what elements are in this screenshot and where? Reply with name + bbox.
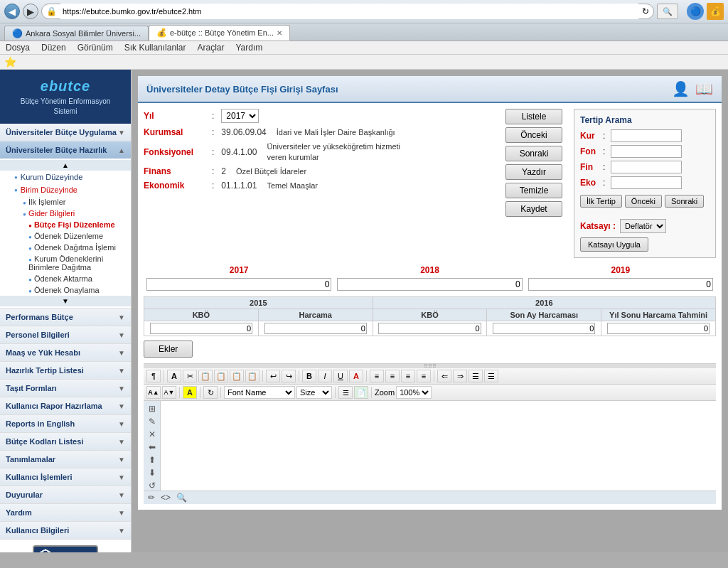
- katsayi-select[interactable]: Deflatör TÜFE ÜFE: [620, 219, 666, 233]
- tree-kurum-odenekleri[interactable]: ● Kurum Ödeneklerini Birimlere Dağıtma: [0, 253, 131, 273]
- font-size-select[interactable]: Size: [296, 386, 332, 399]
- tertip-kur-input[interactable]: [611, 129, 682, 142]
- onceki-button[interactable]: Önceki: [505, 127, 562, 143]
- year-input-2018[interactable]: [337, 278, 522, 291]
- zoom-icon[interactable]: 🔍: [176, 493, 187, 503]
- menu-dosya[interactable]: Dosya: [6, 43, 30, 53]
- hist-input-yilsonu-2016[interactable]: [607, 323, 710, 334]
- tb-undo[interactable]: ↩: [266, 370, 280, 382]
- tree-butce-fisi[interactable]: ● Bütçe Fişi Düzenleme: [0, 219, 131, 230]
- menu-sik[interactable]: Sık Kullanılanlar: [124, 43, 186, 53]
- tab-ankara[interactable]: 🔵 Ankara Sosyal Bilimler Üniversi...: [4, 26, 149, 41]
- tab-close-ebutce[interactable]: ✕: [277, 29, 282, 37]
- scroll-down-btn[interactable]: ▼: [0, 296, 131, 306]
- tb-outdent[interactable]: ⇐: [437, 370, 451, 382]
- editor-left-icon-edit[interactable]: ✎: [149, 417, 156, 427]
- tb-font-size-up[interactable]: A▲: [146, 386, 161, 399]
- listele-button[interactable]: Listele: [505, 109, 562, 124]
- sidebar-header-personel[interactable]: Personel Bilgileri ▼: [0, 326, 131, 343]
- badge-kamu-sm[interactable]: 🏛 KAMU SM: [33, 545, 99, 552]
- tb-color2[interactable]: A: [183, 386, 197, 399]
- tertip-fon-input[interactable]: [611, 145, 682, 158]
- tb-template[interactable]: 📄: [354, 386, 368, 399]
- tb-list-num[interactable]: ☰: [484, 370, 498, 382]
- tb-color[interactable]: A: [349, 370, 363, 382]
- year-input-2017[interactable]: [146, 278, 331, 291]
- editor-main[interactable]: [161, 401, 716, 491]
- tertip-sonraki-button[interactable]: Sonraki: [665, 195, 704, 208]
- tb-paste[interactable]: 📋: [214, 370, 228, 382]
- tab-ebutce[interactable]: 💰 e-bütçe :: Bütçe Yönetim En... ✕: [149, 25, 290, 41]
- refresh-icon[interactable]: ↻: [642, 6, 649, 16]
- sidebar-header-kullanici-islemleri[interactable]: Kullanıcı İşlemleri ▼: [0, 468, 131, 486]
- menu-duzen[interactable]: Düzen: [41, 43, 66, 53]
- menu-gorunum[interactable]: Görünüm: [77, 43, 113, 53]
- tb-underline[interactable]: U: [333, 370, 348, 382]
- tb-format-text[interactable]: A: [167, 370, 181, 382]
- editor-left-icon-undo2[interactable]: ↺: [149, 481, 156, 491]
- tree-odenek-duzenleme[interactable]: ● Ödenek Düzenleme: [0, 230, 131, 242]
- tb-font-size-dn[interactable]: A▼: [162, 386, 176, 399]
- sidebar-header-duyurular[interactable]: Duyurular ▼: [0, 486, 131, 503]
- tb-cut[interactable]: ✂: [183, 370, 197, 382]
- tree-birim-duzeyde[interactable]: ● Birim Düzeyinde: [0, 183, 131, 196]
- sidebar-header-hazirlik-tertip[interactable]: Hazırlık Tertip Listesi ▼: [0, 362, 131, 379]
- tree-odenek-onaylama[interactable]: ● Ödenek Onaylama: [0, 284, 131, 296]
- tb-bold[interactable]: B: [302, 370, 316, 382]
- yazdir-button[interactable]: Yazdır: [505, 164, 562, 180]
- pencil-icon[interactable]: ✏: [148, 493, 155, 503]
- sidebar-header-hazirlik[interactable]: Üniversiteler Bütçe Hazırlık ▲: [0, 141, 131, 159]
- sidebar-header-performans[interactable]: Performans Bütçe ▼: [0, 309, 131, 326]
- menu-yardim[interactable]: Yardım: [235, 43, 262, 53]
- hist-input-sonay-2016[interactable]: [493, 323, 595, 334]
- editor-left-icon-x[interactable]: ✕: [149, 429, 156, 439]
- sonraki-button[interactable]: Sonraki: [505, 146, 562, 161]
- year-input-2019[interactable]: [528, 278, 713, 291]
- menu-araclar[interactable]: Araçlar: [197, 43, 224, 53]
- scroll-up-btn[interactable]: ▲: [0, 160, 131, 171]
- tb-italic[interactable]: I: [318, 370, 332, 382]
- tree-ilk-islemler[interactable]: ● İlk İşlemler: [0, 196, 131, 208]
- tb-arrow[interactable]: ↻: [203, 386, 218, 399]
- sidebar-header-yardim[interactable]: Yardım ▼: [0, 504, 131, 521]
- sidebar-header-tanimlamalar[interactable]: Tanımlamalar ▼: [0, 451, 131, 468]
- katsayi-uygula-button[interactable]: Katsayı Uygula: [580, 237, 648, 252]
- address-bar[interactable]: [60, 4, 639, 19]
- hist-input-harcama-2015[interactable]: [264, 323, 367, 334]
- tb-paragraph[interactable]: ¶: [146, 370, 161, 382]
- hist-input-kbo-2016[interactable]: [378, 323, 481, 334]
- yil-select[interactable]: 2017 2018 2019: [221, 109, 259, 123]
- tb-source[interactable]: ☰: [338, 386, 353, 399]
- back-button[interactable]: ◀: [4, 4, 20, 19]
- tb-align-left[interactable]: ≡: [370, 370, 384, 382]
- editor-left-icon-arrow-right[interactable]: ⬆: [149, 455, 156, 465]
- code-icon[interactable]: <>: [161, 493, 171, 503]
- tb-paste-text[interactable]: 📋: [230, 370, 244, 382]
- editor-left-icon-move[interactable]: ⊞: [149, 404, 156, 414]
- sidebar-header-butce-kodlari[interactable]: Bütçe Kodları Listesi ▼: [0, 433, 131, 450]
- tree-kurum-duzeyde[interactable]: ● Kurum Düzeyinde: [0, 171, 131, 183]
- tertip-eko-input[interactable]: [611, 176, 682, 189]
- tb-align-justify[interactable]: ≡: [417, 370, 431, 382]
- tb-paste-word[interactable]: 📋: [245, 370, 259, 382]
- tb-align-right[interactable]: ≡: [401, 370, 415, 382]
- tertip-ilk-button[interactable]: İlk Tertip: [580, 195, 622, 208]
- tree-odenek-aktarma[interactable]: ● Ödenek Aktarma: [0, 273, 131, 284]
- font-name-select[interactable]: Font Name: [224, 386, 295, 399]
- tb-align-center[interactable]: ≡: [385, 370, 400, 382]
- editor-left-icon-align[interactable]: ⬇: [149, 468, 156, 478]
- zoom-select[interactable]: 100%: [396, 386, 432, 399]
- star-icon[interactable]: ⭐: [4, 56, 16, 68]
- sidebar-header-maas[interactable]: Maaş ve Yük Hesabı ▼: [0, 344, 131, 361]
- tertip-onceki-button[interactable]: Önceki: [625, 195, 662, 208]
- tb-redo[interactable]: ↪: [282, 370, 296, 382]
- tree-odenek-dagitma[interactable]: ● Ödenek Dağıtma İşlemi: [0, 242, 131, 253]
- sidebar-header-uygulama[interactable]: Üniversiteler Bütçe Uygulama ▼: [0, 124, 131, 141]
- hist-input-kbo-2015[interactable]: [150, 323, 252, 334]
- sidebar-header-kullanici-rapor[interactable]: Kullanıcı Rapor Hazırlama ▼: [0, 397, 131, 414]
- sidebar-header-tasit[interactable]: Taşıt Formları ▼: [0, 380, 131, 397]
- editor-left-icon-arrow-left[interactable]: ⬅: [149, 442, 156, 452]
- tb-list-bullet[interactable]: ☰: [469, 370, 483, 382]
- ekler-button[interactable]: Ekler: [144, 341, 193, 358]
- temizle-button[interactable]: Temizle: [505, 183, 562, 198]
